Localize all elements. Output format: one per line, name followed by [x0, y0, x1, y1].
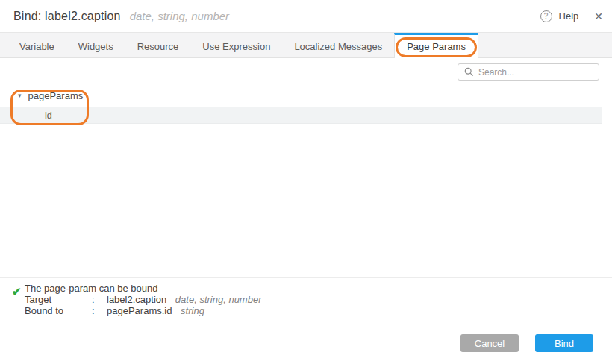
- search-box[interactable]: [458, 63, 599, 81]
- check-icon: ✔: [12, 285, 22, 298]
- dialog-title: Bind: label2.caption: [13, 10, 121, 23]
- binding-boundto-value: pageParams.id: [107, 305, 172, 316]
- tab-page-params[interactable]: Page Params: [394, 33, 478, 58]
- tree-node-label: id: [45, 110, 52, 121]
- tree-node-id[interactable]: id: [0, 107, 602, 124]
- binding-target-row: Target : label2.caption date, string, nu…: [25, 294, 261, 305]
- binding-summary: ✔ The page-param can be bound Target : l…: [0, 277, 612, 321]
- caret-down-icon[interactable]: ▾: [18, 92, 22, 99]
- tab-page-params-label: Page Params: [407, 41, 466, 52]
- binding-boundto-row: Bound to : pageParams.id string: [25, 305, 261, 316]
- binding-target-label: Target: [25, 294, 92, 305]
- binding-boundto-type: string: [181, 305, 204, 316]
- cancel-button[interactable]: Cancel: [460, 334, 519, 352]
- binding-boundto-colon: :: [92, 305, 107, 316]
- tab-bar: Variable Widgets Resource Use Expression…: [0, 32, 612, 58]
- close-icon[interactable]: ✕: [594, 10, 603, 22]
- tree-node-label: pageParams: [28, 90, 84, 101]
- search-icon: [464, 67, 474, 77]
- tab-widgets[interactable]: Widgets: [66, 33, 125, 57]
- tab-resource[interactable]: Resource: [125, 33, 191, 57]
- binding-target-colon: :: [92, 294, 107, 305]
- bind-button[interactable]: Bind: [535, 334, 593, 352]
- bind-dialog: Bind: label2.caption date, string, numbe…: [0, 0, 612, 364]
- tree-node-pageparams[interactable]: ▾ pageParams: [0, 84, 612, 107]
- page-params-tree: ▾ pageParams id: [0, 84, 612, 124]
- dialog-footer: Cancel Bind: [0, 321, 612, 364]
- binding-target-type: date, string, number: [175, 294, 262, 305]
- tab-variable[interactable]: Variable: [7, 33, 66, 57]
- tab-use-expression[interactable]: Use Expression: [190, 33, 282, 57]
- binding-boundto-label: Bound to: [25, 305, 92, 316]
- help-link[interactable]: Help: [559, 10, 579, 22]
- search-input[interactable]: [478, 67, 599, 78]
- help-icon[interactable]: ?: [540, 10, 552, 22]
- binding-target-value: label2.caption: [107, 294, 166, 305]
- tab-localized-messages[interactable]: Localized Messages: [282, 33, 394, 57]
- dialog-header: Bind: label2.caption date, string, numbe…: [0, 0, 612, 32]
- binding-message: The page-param can be bound: [25, 283, 261, 294]
- dialog-subtitle: date, string, number: [130, 10, 229, 22]
